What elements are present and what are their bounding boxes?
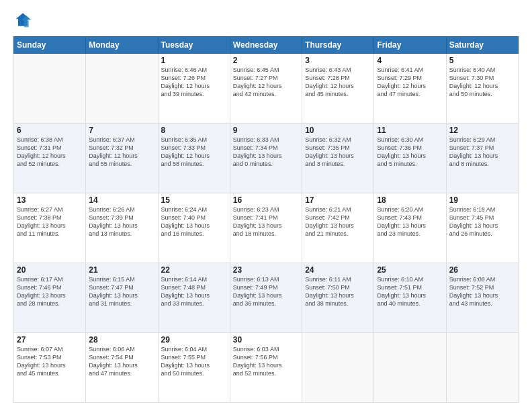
weekday-header-friday: Friday	[374, 37, 446, 54]
calendar-cell: 22Sunrise: 6:14 AM Sunset: 7:48 PM Dayli…	[158, 263, 230, 333]
calendar-cell: 26Sunrise: 6:08 AM Sunset: 7:52 PM Dayli…	[446, 263, 518, 333]
day-number: 27	[17, 335, 83, 345]
day-info: Sunrise: 6:20 AM Sunset: 7:43 PM Dayligh…	[377, 205, 443, 238]
day-number: 19	[449, 195, 515, 205]
day-info: Sunrise: 6:46 AM Sunset: 7:26 PM Dayligh…	[161, 66, 227, 99]
day-info: Sunrise: 6:33 AM Sunset: 7:34 PM Dayligh…	[233, 136, 299, 169]
day-info: Sunrise: 6:23 AM Sunset: 7:41 PM Dayligh…	[233, 205, 299, 238]
day-number: 1	[161, 56, 227, 65]
week-row-5: 27Sunrise: 6:07 AM Sunset: 7:53 PM Dayli…	[14, 333, 519, 403]
day-info: Sunrise: 6:32 AM Sunset: 7:35 PM Dayligh…	[305, 136, 371, 169]
day-number: 18	[377, 195, 443, 205]
day-number: 12	[449, 126, 515, 135]
day-number: 22	[161, 265, 227, 275]
calendar-cell: 23Sunrise: 6:13 AM Sunset: 7:49 PM Dayli…	[230, 263, 302, 333]
calendar-cell	[302, 333, 374, 403]
day-info: Sunrise: 6:45 AM Sunset: 7:27 PM Dayligh…	[233, 66, 299, 99]
day-info: Sunrise: 6:29 AM Sunset: 7:37 PM Dayligh…	[449, 136, 515, 169]
day-info: Sunrise: 6:03 AM Sunset: 7:56 PM Dayligh…	[233, 345, 299, 378]
day-number: 14	[89, 195, 154, 205]
weekday-header-saturday: Saturday	[446, 37, 518, 54]
day-number: 28	[89, 335, 154, 345]
page: SundayMondayTuesdayWednesdayThursdayFrid…	[0, 0, 532, 411]
day-number: 3	[305, 56, 371, 65]
calendar-cell: 25Sunrise: 6:10 AM Sunset: 7:51 PM Dayli…	[374, 263, 446, 333]
day-number: 30	[233, 335, 299, 345]
day-info: Sunrise: 6:35 AM Sunset: 7:33 PM Dayligh…	[161, 136, 227, 169]
day-number: 2	[233, 56, 299, 65]
day-number: 10	[305, 126, 371, 135]
calendar-cell: 15Sunrise: 6:24 AM Sunset: 7:40 PM Dayli…	[158, 193, 230, 263]
calendar-cell: 21Sunrise: 6:15 AM Sunset: 7:47 PM Dayli…	[86, 263, 158, 333]
calendar-cell	[14, 54, 86, 124]
calendar-cell: 9Sunrise: 6:33 AM Sunset: 7:34 PM Daylig…	[230, 124, 302, 193]
day-number: 16	[233, 195, 299, 205]
day-number: 17	[305, 195, 371, 205]
day-number: 7	[89, 126, 154, 135]
calendar-cell: 1Sunrise: 6:46 AM Sunset: 7:26 PM Daylig…	[158, 54, 230, 124]
calendar-cell: 18Sunrise: 6:20 AM Sunset: 7:43 PM Dayli…	[374, 193, 446, 263]
calendar-cell	[86, 54, 158, 124]
calendar-cell: 27Sunrise: 6:07 AM Sunset: 7:53 PM Dayli…	[14, 333, 86, 403]
day-info: Sunrise: 6:04 AM Sunset: 7:55 PM Dayligh…	[161, 345, 227, 378]
day-number: 21	[89, 265, 154, 275]
calendar-cell: 7Sunrise: 6:37 AM Sunset: 7:32 PM Daylig…	[86, 124, 158, 193]
day-info: Sunrise: 6:18 AM Sunset: 7:45 PM Dayligh…	[449, 205, 515, 238]
week-row-2: 6Sunrise: 6:38 AM Sunset: 7:31 PM Daylig…	[14, 124, 519, 193]
day-info: Sunrise: 6:08 AM Sunset: 7:52 PM Dayligh…	[449, 275, 515, 308]
day-number: 11	[377, 126, 443, 135]
calendar-cell: 20Sunrise: 6:17 AM Sunset: 7:46 PM Dayli…	[14, 263, 86, 333]
calendar-cell: 12Sunrise: 6:29 AM Sunset: 7:37 PM Dayli…	[446, 124, 518, 193]
day-info: Sunrise: 6:40 AM Sunset: 7:30 PM Dayligh…	[449, 66, 515, 99]
day-info: Sunrise: 6:27 AM Sunset: 7:38 PM Dayligh…	[17, 205, 83, 238]
day-info: Sunrise: 6:06 AM Sunset: 7:54 PM Dayligh…	[89, 345, 154, 378]
day-info: Sunrise: 6:21 AM Sunset: 7:42 PM Dayligh…	[305, 205, 371, 238]
calendar: SundayMondayTuesdayWednesdayThursdayFrid…	[13, 36, 519, 403]
day-info: Sunrise: 6:38 AM Sunset: 7:31 PM Dayligh…	[17, 136, 83, 169]
calendar-cell: 10Sunrise: 6:32 AM Sunset: 7:35 PM Dayli…	[302, 124, 374, 193]
calendar-cell: 16Sunrise: 6:23 AM Sunset: 7:41 PM Dayli…	[230, 193, 302, 263]
day-info: Sunrise: 6:17 AM Sunset: 7:46 PM Dayligh…	[17, 275, 83, 308]
day-info: Sunrise: 6:43 AM Sunset: 7:28 PM Dayligh…	[305, 66, 371, 99]
day-number: 24	[305, 265, 371, 275]
calendar-cell: 30Sunrise: 6:03 AM Sunset: 7:56 PM Dayli…	[230, 333, 302, 403]
day-number: 6	[17, 126, 83, 135]
day-info: Sunrise: 6:41 AM Sunset: 7:29 PM Dayligh…	[377, 66, 443, 99]
day-info: Sunrise: 6:30 AM Sunset: 7:36 PM Dayligh…	[377, 136, 443, 169]
calendar-cell: 17Sunrise: 6:21 AM Sunset: 7:42 PM Dayli…	[302, 193, 374, 263]
day-number: 25	[377, 265, 443, 275]
calendar-cell: 24Sunrise: 6:11 AM Sunset: 7:50 PM Dayli…	[302, 263, 374, 333]
day-number: 29	[161, 335, 227, 345]
week-row-1: 1Sunrise: 6:46 AM Sunset: 7:26 PM Daylig…	[14, 54, 519, 124]
weekday-header-wednesday: Wednesday	[230, 37, 302, 54]
day-number: 8	[161, 126, 227, 135]
day-info: Sunrise: 6:07 AM Sunset: 7:53 PM Dayligh…	[17, 345, 83, 378]
day-info: Sunrise: 6:10 AM Sunset: 7:51 PM Dayligh…	[377, 275, 443, 308]
day-info: Sunrise: 6:24 AM Sunset: 7:40 PM Dayligh…	[161, 205, 227, 238]
weekday-header-tuesday: Tuesday	[158, 37, 230, 54]
calendar-cell	[446, 333, 518, 403]
calendar-cell: 4Sunrise: 6:41 AM Sunset: 7:29 PM Daylig…	[374, 54, 446, 124]
calendar-cell	[374, 333, 446, 403]
day-number: 13	[17, 195, 83, 205]
calendar-cell: 3Sunrise: 6:43 AM Sunset: 7:28 PM Daylig…	[302, 54, 374, 124]
day-number: 9	[233, 126, 299, 135]
calendar-cell: 11Sunrise: 6:30 AM Sunset: 7:36 PM Dayli…	[374, 124, 446, 193]
day-number: 26	[449, 265, 515, 275]
calendar-cell: 19Sunrise: 6:18 AM Sunset: 7:45 PM Dayli…	[446, 193, 518, 263]
weekday-header-row: SundayMondayTuesdayWednesdayThursdayFrid…	[14, 37, 519, 54]
calendar-cell: 28Sunrise: 6:06 AM Sunset: 7:54 PM Dayli…	[86, 333, 158, 403]
header	[13, 11, 519, 30]
logo	[13, 11, 35, 30]
day-info: Sunrise: 6:15 AM Sunset: 7:47 PM Dayligh…	[89, 275, 154, 308]
week-row-3: 13Sunrise: 6:27 AM Sunset: 7:38 PM Dayli…	[14, 193, 519, 263]
day-number: 23	[233, 265, 299, 275]
day-info: Sunrise: 6:13 AM Sunset: 7:49 PM Dayligh…	[233, 275, 299, 308]
day-info: Sunrise: 6:26 AM Sunset: 7:39 PM Dayligh…	[89, 205, 154, 238]
day-info: Sunrise: 6:14 AM Sunset: 7:48 PM Dayligh…	[161, 275, 227, 308]
calendar-cell: 29Sunrise: 6:04 AM Sunset: 7:55 PM Dayli…	[158, 333, 230, 403]
weekday-header-sunday: Sunday	[14, 37, 86, 54]
day-number: 5	[449, 56, 515, 65]
calendar-cell: 8Sunrise: 6:35 AM Sunset: 7:33 PM Daylig…	[158, 124, 230, 193]
calendar-cell: 14Sunrise: 6:26 AM Sunset: 7:39 PM Dayli…	[86, 193, 158, 263]
